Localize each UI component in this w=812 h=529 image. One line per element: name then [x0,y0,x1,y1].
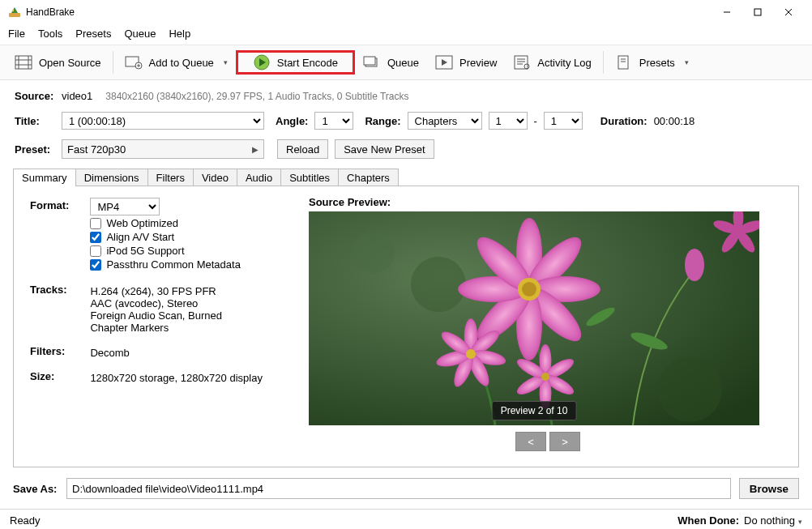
add-to-queue-button[interactable]: Add to Queue ▾ [117,50,236,75]
svg-point-52 [466,349,476,359]
align-av-label: Align A/V Start [106,231,174,243]
toolbar: Open Source Add to Queue ▾ Start Encode … [0,45,812,80]
menu-queue[interactable]: Queue [124,28,156,40]
preview-counter: Preview 2 of 10 [492,401,577,420]
when-done-label: When Done: [677,514,739,527]
open-source-label: Open Source [39,57,101,69]
film-icon [15,55,32,70]
range-end-select[interactable]: 1 [544,112,583,130]
title-row: Title: 1 (00:00:18) Angle: 1 Range: Chap… [0,107,812,134]
preview-prev-button[interactable]: < [515,432,546,451]
tab-video[interactable]: Video [193,169,237,186]
tracks-label: Tracks: [27,275,85,335]
format-label: Format: [27,198,85,274]
passthru-checkbox[interactable] [90,259,101,271]
open-source-button[interactable]: Open Source [6,50,109,75]
ipod-label: iPod 5G Support [106,245,184,257]
start-encode-label: Start Encode [277,57,338,69]
source-name: video1 [62,90,92,102]
presets-button[interactable]: Presets ▾ [607,50,697,75]
save-new-preset-button[interactable]: Save New Preset [335,139,434,159]
maximize-button[interactable] [742,2,773,22]
range-mode-select[interactable]: Chapters [408,112,482,130]
play-icon [253,55,271,70]
menu-presets[interactable]: Presets [75,28,111,40]
size-value: 1280x720 storage, 1280x720 display [87,362,266,386]
menu-file[interactable]: File [8,28,25,40]
save-as-label: Save As: [13,483,58,495]
filters-value: Decomb [87,337,266,360]
activity-log-button[interactable]: Activity Log [505,50,599,75]
save-as-input[interactable] [66,478,731,499]
tab-subtitles[interactable]: Subtitles [280,169,339,186]
angle-select[interactable]: 1 [314,112,353,130]
range-label: Range: [365,115,400,127]
svg-rect-26 [618,56,628,69]
app-icon [8,6,21,19]
browse-button[interactable]: Browse [739,478,799,499]
activity-log-label: Activity Log [537,57,591,69]
chevron-down-icon: ▾ [685,58,689,66]
format-select[interactable]: MP4 [90,198,160,215]
tab-dimensions[interactable]: Dimensions [75,169,148,186]
svg-marker-20 [442,59,447,66]
duration-label: Duration: [600,115,647,127]
web-optimized-label: Web Optimized [106,217,178,229]
queue-button[interactable]: Queue [355,50,427,75]
ipod-checkbox[interactable] [90,245,101,257]
source-meta: 3840x2160 (3840x2160), 29.97 FPS, 1 Audi… [105,91,408,102]
svg-rect-6 [15,56,32,69]
duration-value: 00:00:18 [654,115,695,127]
start-encode-button[interactable]: Start Encode [236,50,355,75]
tab-audio[interactable]: Audio [237,169,281,186]
menu-bar: File Tools Presets Queue Help [0,24,812,45]
log-icon [513,55,531,70]
chevron-down-icon: ▾ [798,518,802,526]
tab-chapters[interactable]: Chapters [338,169,399,186]
track-line: Chapter Markers [90,322,263,334]
save-as-row: Save As: Browse [0,468,812,509]
minimize-button[interactable] [712,2,742,22]
close-button[interactable] [773,2,804,22]
svg-point-59 [541,373,549,381]
add-to-queue-label: Add to Queue [149,57,214,69]
svg-point-32 [657,357,722,422]
size-label: Size: [27,362,85,386]
separator [603,51,604,74]
range-sep: - [534,115,537,127]
preview-button[interactable]: Preview [427,50,505,75]
title-select[interactable]: 1 (00:00:18) [62,112,264,130]
presets-label: Presets [639,57,675,69]
status-text: Ready [10,514,41,527]
range-start-select[interactable]: 1 [489,112,528,130]
preview-next-button[interactable]: > [549,432,580,451]
when-done-select[interactable]: Do nothing▾ [744,514,802,527]
menu-tools[interactable]: Tools [38,28,62,40]
preset-row: Preset: Fast 720p30 ▶ Reload Save New Pr… [0,134,812,164]
preset-select[interactable]: Fast 720p30 ▶ [62,139,264,159]
preview-image: Preview 2 of 10 [309,211,759,425]
web-optimized-checkbox[interactable] [90,218,101,229]
align-av-checkbox[interactable] [90,232,101,243]
chevron-right-icon: ▶ [252,145,259,154]
preset-label: Preset: [15,143,55,156]
angle-label: Angle: [276,115,308,127]
svg-point-60 [685,249,704,281]
tab-filters[interactable]: Filters [147,169,194,186]
track-line: AAC (avcodec), Stereo [90,297,263,309]
tab-body: Format: MP4 Web Optimized Align A/V Star… [13,186,799,467]
chevron-down-icon: ▾ [224,58,228,66]
svg-rect-0 [9,13,20,17]
title-bar: HandBrake [0,0,812,24]
reload-button[interactable]: Reload [277,139,328,159]
source-row: Source: video1 3840x2160 (3840x2160), 29… [0,80,812,107]
source-label: Source: [15,90,55,102]
separator [113,51,113,74]
svg-point-30 [353,231,395,273]
preview-panel: Source Preview: [309,196,787,454]
track-line: H.264 (x264), 30 FPS PFR [90,285,263,297]
tab-summary[interactable]: Summary [13,169,76,186]
menu-help[interactable]: Help [169,28,190,40]
filters-label: Filters: [27,337,85,360]
passthru-label: Passthru Common Metadata [106,258,240,271]
